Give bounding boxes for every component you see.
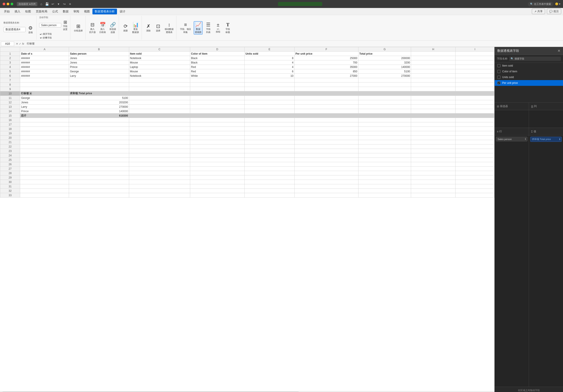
cell[interactable] bbox=[456, 100, 494, 105]
table-row[interactable]: 30 bbox=[0, 180, 494, 184]
filter-zone-content[interactable] bbox=[495, 110, 529, 128]
cell[interactable]: Larry bbox=[69, 74, 129, 78]
cell[interactable] bbox=[129, 184, 190, 189]
cell[interactable]: Larry bbox=[20, 105, 69, 109]
cell[interactable]: Notebook bbox=[129, 74, 190, 78]
cell[interactable] bbox=[358, 158, 411, 162]
col-header-h[interactable]: H bbox=[411, 47, 456, 52]
cell[interactable] bbox=[69, 193, 129, 197]
cell[interactable]: 8 bbox=[244, 56, 294, 60]
cell[interactable] bbox=[129, 167, 190, 171]
values-zone-content[interactable]: 求和项:Total price ℹ bbox=[529, 135, 563, 387]
cell[interactable] bbox=[244, 82, 294, 87]
row-header-17[interactable]: 17 bbox=[0, 122, 20, 127]
table-row[interactable]: 8 bbox=[0, 82, 494, 87]
cell[interactable]: Notebook bbox=[129, 56, 190, 60]
cell[interactable] bbox=[411, 91, 456, 96]
cell[interactable] bbox=[190, 122, 244, 127]
cell[interactable] bbox=[190, 96, 244, 100]
cell[interactable]: Black bbox=[190, 60, 244, 65]
cell[interactable]: ###### bbox=[20, 56, 69, 60]
minimize-button[interactable] bbox=[7, 3, 9, 5]
table-row[interactable]: 1Date of sSales personItem soldColor of … bbox=[0, 52, 494, 56]
col-header-f[interactable]: F bbox=[294, 47, 358, 52]
cell[interactable] bbox=[190, 91, 244, 96]
cell[interactable] bbox=[358, 189, 411, 193]
cell[interactable] bbox=[411, 136, 456, 140]
cell[interactable] bbox=[456, 91, 494, 96]
cell[interactable] bbox=[358, 78, 411, 82]
cell[interactable] bbox=[358, 140, 411, 144]
refresh-button[interactable]: ⟳ 刷新 bbox=[122, 23, 129, 33]
cell[interactable] bbox=[294, 140, 358, 144]
cell[interactable] bbox=[129, 109, 190, 114]
cell[interactable] bbox=[129, 140, 190, 144]
cell[interactable] bbox=[69, 140, 129, 144]
clear-button[interactable]: ✗ 清除 bbox=[144, 23, 152, 33]
cell[interactable]: 27000 bbox=[294, 74, 358, 78]
cell[interactable] bbox=[129, 131, 190, 136]
row-header-5[interactable]: 5 bbox=[0, 69, 20, 74]
cell[interactable] bbox=[129, 127, 190, 131]
filter-conn-button[interactable]: 🔗 筛选器连接 bbox=[109, 21, 117, 34]
table-row[interactable]: 15总计618300 bbox=[0, 114, 494, 118]
cell[interactable] bbox=[190, 87, 244, 91]
col-header-i[interactable]: I bbox=[456, 47, 494, 52]
redo-icon[interactable]: ↪ bbox=[62, 2, 66, 6]
cell[interactable] bbox=[294, 100, 358, 105]
table-row[interactable]: 13Larry270000 bbox=[0, 105, 494, 109]
cell[interactable] bbox=[294, 162, 358, 167]
cell[interactable] bbox=[411, 144, 456, 149]
cell[interactable] bbox=[190, 78, 244, 82]
cell[interactable] bbox=[69, 158, 129, 162]
values-tag[interactable]: 求和项:Total price ℹ bbox=[530, 137, 562, 142]
cell[interactable] bbox=[294, 122, 358, 127]
cell[interactable] bbox=[244, 105, 294, 109]
fx-icon[interactable]: fx bbox=[22, 42, 24, 45]
pivot-close-button[interactable]: ✕ bbox=[557, 49, 560, 53]
cell[interactable] bbox=[20, 184, 69, 189]
cell[interactable] bbox=[69, 189, 129, 193]
cell[interactable] bbox=[358, 122, 411, 127]
cell[interactable]: 270000 bbox=[69, 105, 129, 109]
cell[interactable] bbox=[190, 162, 244, 167]
cell[interactable]: Mouse bbox=[129, 60, 190, 65]
cell[interactable] bbox=[411, 180, 456, 184]
cell[interactable] bbox=[294, 189, 358, 193]
cell[interactable] bbox=[294, 184, 358, 189]
cell[interactable] bbox=[358, 114, 411, 118]
cell[interactable] bbox=[358, 91, 411, 96]
cell[interactable]: George bbox=[69, 69, 129, 74]
cell[interactable] bbox=[358, 184, 411, 189]
cell[interactable] bbox=[456, 96, 494, 100]
cell[interactable] bbox=[20, 180, 69, 184]
table-row[interactable]: 9 bbox=[0, 87, 494, 91]
cell[interactable] bbox=[20, 87, 69, 91]
cell[interactable] bbox=[456, 114, 494, 118]
cell[interactable] bbox=[411, 96, 456, 100]
cell[interactable] bbox=[456, 140, 494, 144]
cell[interactable]: 140000 bbox=[358, 65, 411, 69]
cell[interactable] bbox=[129, 118, 190, 122]
cell[interactable] bbox=[358, 82, 411, 87]
cell[interactable] bbox=[411, 78, 456, 82]
cell[interactable] bbox=[190, 118, 244, 122]
cell[interactable] bbox=[358, 153, 411, 158]
field-item-per-unit-price[interactable]: ✓ Per unit price bbox=[495, 80, 563, 86]
change-source-button[interactable]: 📊 更改数据源 bbox=[131, 21, 140, 34]
cell[interactable] bbox=[69, 136, 129, 140]
row-header-10[interactable]: 10 bbox=[0, 91, 20, 96]
cell[interactable] bbox=[411, 105, 456, 109]
row-header-30[interactable]: 30 bbox=[0, 180, 20, 184]
cell[interactable] bbox=[129, 162, 190, 167]
cell[interactable] bbox=[129, 158, 190, 162]
field-item-color-of-item[interactable]: Color of item bbox=[495, 69, 563, 74]
cell[interactable] bbox=[294, 149, 358, 153]
cell[interactable] bbox=[456, 87, 494, 91]
cell[interactable]: Units sold bbox=[244, 52, 294, 56]
cell[interactable] bbox=[20, 171, 69, 175]
cell[interactable] bbox=[244, 87, 294, 91]
cell[interactable] bbox=[411, 52, 456, 56]
row-header-6[interactable]: 6 bbox=[0, 74, 20, 78]
cell[interactable] bbox=[294, 193, 358, 197]
